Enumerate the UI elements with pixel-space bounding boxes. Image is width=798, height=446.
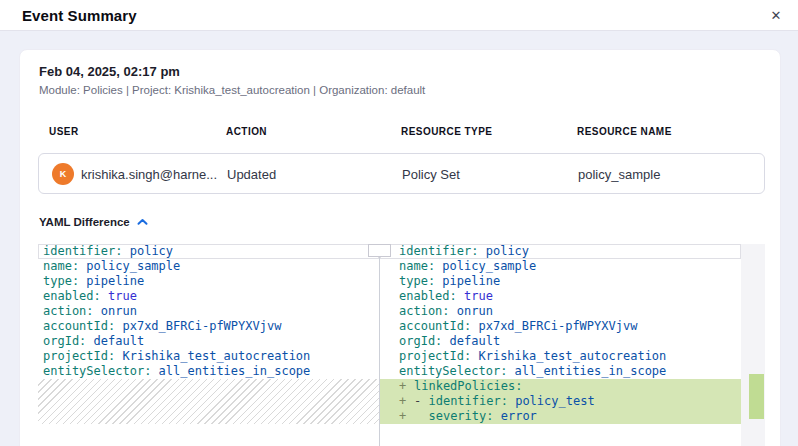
diff-missing-lines-hatch	[38, 379, 379, 424]
resource-type-value: Policy Set	[402, 166, 460, 181]
action-value: Updated	[227, 166, 276, 181]
code-line: accountId: px7xd_BFRCi-pfWPYXVjvw	[38, 319, 379, 334]
diff-pane-modified[interactable]: identifier: policyname: policy_sampletyp…	[380, 244, 741, 446]
code-line: type: pipeline	[380, 274, 741, 289]
code-line: entitySelector: all_entities_in_scope	[38, 364, 379, 379]
code-line: action: onrun	[380, 304, 741, 319]
column-header-resource-name: RESOURCE NAME	[577, 126, 672, 137]
code-line: orgId: default	[380, 334, 741, 349]
code-line: + severity: error	[380, 409, 741, 424]
table-row: K krishika.singh@harne... Updated Policy…	[38, 153, 765, 194]
diff-pane-original[interactable]: identifier: policyname: policy_sampletyp…	[38, 244, 379, 446]
code-line: name: policy_sample	[380, 259, 741, 274]
yaml-diff-editor: identifier: policyname: policy_sampletyp…	[38, 244, 765, 446]
resource-name-value: policy_sample	[578, 166, 660, 181]
user-email: krishika.singh@harne...	[81, 166, 217, 181]
diff-added-marker	[749, 374, 764, 419]
close-icon[interactable]: ✕	[764, 3, 788, 27]
column-header-user: USER	[49, 126, 79, 137]
column-header-resource-type: RESOURCE TYPE	[401, 126, 492, 137]
yaml-difference-label: YAML Difference	[39, 216, 130, 228]
modal-header: Event Summary ✕	[0, 0, 798, 31]
code-line: identifier: policy	[38, 244, 379, 259]
code-line: projectId: Krishika_test_autocreation	[380, 349, 741, 364]
code-line: name: policy_sample	[38, 259, 379, 274]
code-line: orgId: default	[38, 334, 379, 349]
code-line: +- identifier: policy_test	[380, 394, 741, 409]
code-line: identifier: policy	[380, 244, 741, 259]
diff-sash-handle[interactable]	[368, 244, 391, 257]
code-line: action: onrun	[38, 304, 379, 319]
avatar: K	[52, 163, 74, 185]
event-meta: Module: Policies | Project: Krishika_tes…	[39, 84, 425, 96]
code-line: entitySelector: all_entities_in_scope	[380, 364, 741, 379]
event-timestamp: Feb 04, 2025, 02:17 pm	[39, 64, 180, 79]
code-line: type: pipeline	[38, 274, 379, 289]
yaml-difference-toggle[interactable]: YAML Difference	[39, 216, 148, 228]
code-line: enabled: true	[380, 289, 741, 304]
code-line: enabled: true	[38, 289, 379, 304]
code-line: accountId: px7xd_BFRCi-pfWPYXVjvw	[380, 319, 741, 334]
column-header-action: ACTION	[226, 126, 267, 137]
event-summary-card: Feb 04, 2025, 02:17 pm Module: Policies …	[19, 49, 781, 446]
page-title: Event Summary	[22, 7, 137, 24]
code-line: +linkedPolicies:	[380, 379, 741, 394]
chevron-up-icon	[137, 218, 148, 226]
diff-overview-ruler[interactable]	[741, 244, 765, 446]
code-line: projectId: Krishika_test_autocreation	[38, 349, 379, 364]
